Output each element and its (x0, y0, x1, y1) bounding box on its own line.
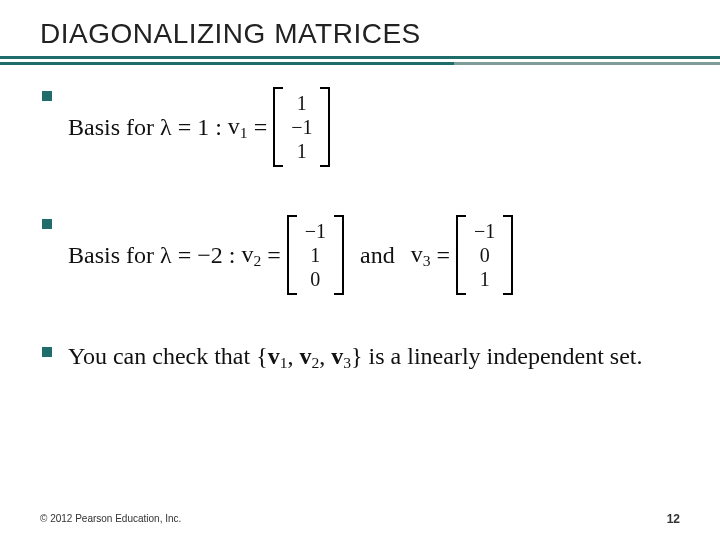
page-number: 12 (667, 512, 680, 526)
b2-vecB-0: −1 (474, 219, 495, 243)
b1-vsub: 1 (240, 123, 248, 140)
b2-v2: v (241, 241, 253, 267)
bullet-icon (42, 91, 52, 101)
b3-v1: v (268, 343, 280, 369)
b1-lead: Basis for (68, 114, 154, 141)
bullet-icon (42, 219, 52, 229)
b3-c2: , (319, 343, 331, 369)
b2-vecB-1: 0 (480, 243, 490, 267)
b2-v3sub: 3 (423, 251, 431, 268)
b2-eq2: = (436, 242, 450, 269)
b3-s1: 1 (280, 354, 288, 371)
b2-vecB-2: 1 (480, 267, 490, 291)
b3-pre: You can check that { (68, 343, 268, 369)
b2-vecA-1: 1 (310, 243, 320, 267)
bullet-3: You can check that {v1, v2, v3} is a lin… (40, 343, 680, 372)
bullet-list: Basis for λ = 1 : v1 = 1 −1 1 (40, 87, 680, 372)
b3-post: } is a linearly independent set. (351, 343, 642, 369)
b2-v3: v (411, 241, 423, 267)
copyright-footer: © 2012 Pearson Education, Inc. (40, 513, 181, 524)
b2-lambda: λ = −2 : (160, 242, 235, 269)
bullet-2: Basis for λ = −2 : v2 = −1 1 0 and (40, 215, 680, 295)
b1-vector: 1 −1 1 (273, 87, 330, 167)
title-rule-1 (0, 56, 720, 59)
b2-lead: Basis for (68, 242, 154, 269)
b1-vec-1: −1 (291, 115, 312, 139)
b3-v2: v (300, 343, 312, 369)
b2-and: and (360, 242, 395, 269)
bullet-1: Basis for λ = 1 : v1 = 1 −1 1 (40, 87, 680, 167)
b1-eq: = (254, 114, 268, 141)
b2-vecA-0: −1 (305, 219, 326, 243)
b1-vec-0: 1 (297, 91, 307, 115)
b2-vector-b: −1 0 1 (456, 215, 513, 295)
b1-lambda: λ = 1 : (160, 114, 222, 141)
b3-v3: v (331, 343, 343, 369)
bullet-icon (42, 347, 52, 357)
b2-vecA-2: 0 (310, 267, 320, 291)
b1-v: v (228, 113, 240, 139)
title-rule-2 (0, 62, 720, 65)
b2-vector-a: −1 1 0 (287, 215, 344, 295)
b1-vec-2: 1 (297, 139, 307, 163)
b3-s3: 3 (343, 354, 351, 371)
b2-v2sub: 2 (253, 251, 261, 268)
slide-title: DIAGONALIZING MATRICES (40, 18, 680, 50)
b3-c1: , (288, 343, 300, 369)
b2-eq1: = (267, 242, 281, 269)
